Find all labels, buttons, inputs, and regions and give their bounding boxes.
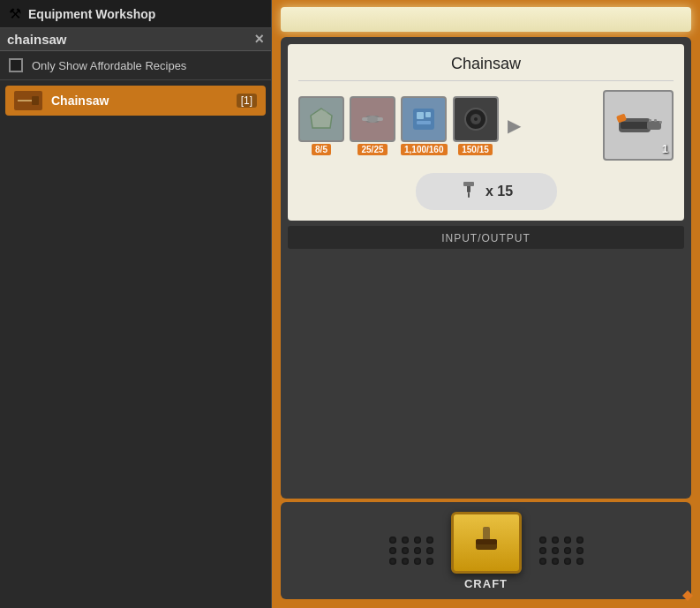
svg-rect-19 bbox=[649, 119, 651, 122]
svg-marker-3 bbox=[311, 109, 332, 128]
title-bar: ⚒ Equipment Workshop bbox=[0, 0, 271, 28]
svg-rect-17 bbox=[647, 121, 661, 130]
ingredient-box-4[interactable] bbox=[453, 96, 499, 142]
svg-rect-11 bbox=[417, 121, 431, 124]
svg-rect-8 bbox=[413, 109, 434, 130]
vent-dot bbox=[414, 558, 421, 565]
svg-point-14 bbox=[474, 117, 478, 121]
svg-rect-23 bbox=[463, 182, 474, 186]
affordable-checkbox[interactable] bbox=[9, 58, 23, 72]
nails-label: x 15 bbox=[485, 184, 513, 199]
ingredient-label-1: 8/5 bbox=[312, 144, 331, 155]
svg-rect-2 bbox=[18, 100, 32, 101]
vent-dot bbox=[402, 547, 409, 554]
ingredient-label-3: 1,100/160 bbox=[401, 144, 448, 155]
filter-row: Only Show Affordable Recipes bbox=[0, 51, 271, 80]
search-bar: × bbox=[0, 28, 271, 51]
left-panel: ⚒ Equipment Workshop × Only Show Afforda… bbox=[0, 0, 272, 608]
bottom-panel: CRAFT bbox=[281, 502, 691, 599]
search-input[interactable] bbox=[7, 32, 219, 47]
top-light bbox=[281, 7, 691, 32]
craft-button[interactable] bbox=[451, 512, 522, 574]
svg-rect-16 bbox=[621, 122, 649, 129]
craft-button-container: CRAFT bbox=[451, 512, 522, 590]
vent-dot bbox=[564, 558, 571, 565]
craft-button-label: CRAFT bbox=[464, 577, 508, 590]
svg-rect-27 bbox=[476, 539, 497, 544]
ingredient-2: 25/25 bbox=[350, 96, 395, 155]
ingredient-label-4: 150/15 bbox=[458, 144, 493, 155]
vent-dot bbox=[576, 547, 583, 554]
vent-dot bbox=[539, 537, 546, 544]
ingredient-box-3[interactable] bbox=[401, 96, 447, 142]
svg-point-7 bbox=[367, 116, 378, 123]
ingredient-4: 150/15 bbox=[453, 96, 499, 155]
vent-dot bbox=[539, 547, 546, 554]
vent-dot bbox=[539, 558, 546, 565]
vent-dot bbox=[552, 558, 559, 565]
vent-dot bbox=[564, 537, 571, 544]
vent-dot bbox=[389, 547, 396, 554]
arrow-icon: ▶ bbox=[508, 115, 521, 136]
svg-rect-1 bbox=[32, 96, 39, 105]
search-clear-button[interactable]: × bbox=[254, 30, 264, 49]
vent-dot bbox=[564, 547, 571, 554]
vent-dot bbox=[552, 537, 559, 544]
ingredients-row: 8/5 25/25 bbox=[298, 90, 674, 161]
right-panel: Chainsaw 8/5 bbox=[272, 0, 700, 608]
recipe-list: Chainsaw [1] bbox=[0, 80, 271, 608]
ingredient-box-1[interactable] bbox=[298, 96, 344, 142]
vent-dot bbox=[389, 537, 396, 544]
input-output-text: INPUT/OUTPUT bbox=[441, 232, 531, 244]
vent-left bbox=[389, 537, 433, 565]
vent-dot bbox=[414, 547, 421, 554]
output-box: 1 bbox=[603, 90, 674, 161]
ingredient-3: 1,100/160 bbox=[401, 96, 448, 155]
vent-dot bbox=[426, 547, 433, 554]
vent-dot bbox=[576, 537, 583, 544]
svg-rect-21 bbox=[659, 121, 662, 124]
ingredient-box-2[interactable] bbox=[350, 96, 395, 142]
ingredient-label-2: 25/25 bbox=[358, 144, 387, 155]
svg-rect-9 bbox=[417, 112, 424, 119]
svg-rect-24 bbox=[468, 192, 470, 198]
vent-dot bbox=[402, 558, 409, 565]
svg-marker-28 bbox=[682, 590, 693, 601]
ingredient-1: 8/5 bbox=[298, 96, 344, 155]
nail-icon bbox=[459, 180, 478, 203]
machine-body: Chainsaw 8/5 bbox=[281, 37, 691, 499]
window-title: Equipment Workshop bbox=[28, 7, 155, 21]
svg-rect-10 bbox=[425, 112, 431, 117]
recipe-item-chainsaw[interactable]: Chainsaw [1] bbox=[5, 86, 266, 116]
vent-dot bbox=[402, 537, 409, 544]
recipe-item-name: Chainsaw bbox=[51, 94, 228, 108]
input-output-bar: INPUT/OUTPUT bbox=[288, 226, 684, 249]
vent-dot bbox=[414, 537, 421, 544]
svg-rect-20 bbox=[654, 119, 657, 122]
vent-dot bbox=[426, 537, 433, 544]
output-count: 1 bbox=[662, 142, 668, 155]
chainsaw-recipe-icon bbox=[14, 91, 42, 110]
vent-dot bbox=[426, 558, 433, 565]
vent-dot bbox=[576, 558, 583, 565]
filter-label: Only Show Affordable Recipes bbox=[32, 59, 186, 72]
nails-row: x 15 bbox=[416, 173, 557, 210]
workshop-icon: ⚒ bbox=[9, 5, 21, 22]
craft-area: Chainsaw 8/5 bbox=[288, 44, 684, 221]
vent-right bbox=[539, 537, 583, 565]
vent-dot bbox=[552, 547, 559, 554]
recipe-item-count: [1] bbox=[237, 94, 257, 108]
craft-title: Chainsaw bbox=[298, 55, 674, 81]
vent-dot bbox=[389, 558, 396, 565]
